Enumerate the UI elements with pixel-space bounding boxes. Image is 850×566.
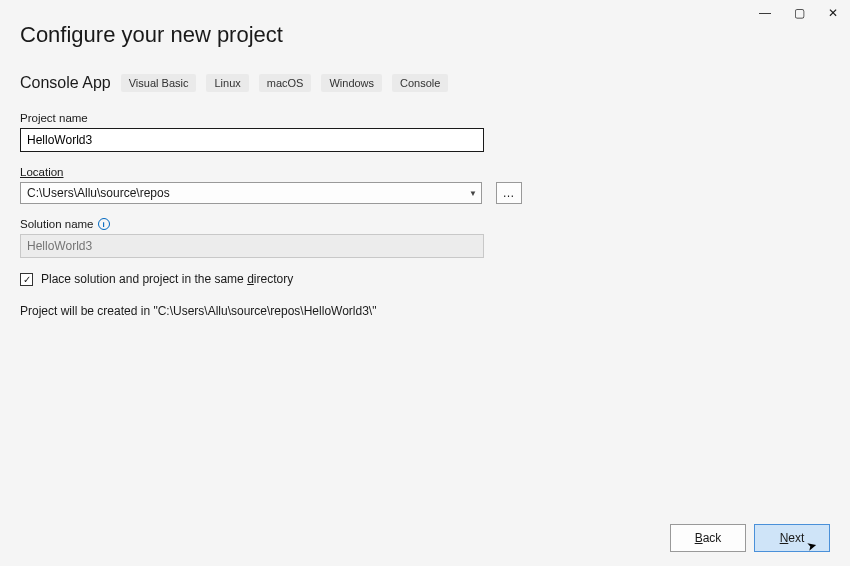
same-directory-checkbox[interactable]: ✓ xyxy=(20,273,33,286)
chevron-down-icon: ▼ xyxy=(469,189,477,198)
info-icon[interactable]: i xyxy=(98,218,110,230)
tag-linux: Linux xyxy=(206,74,248,92)
browse-button[interactable]: … xyxy=(496,182,522,204)
template-name: Console App xyxy=(20,74,111,92)
location-value: C:\Users\Allu\source\repos xyxy=(27,186,170,200)
location-label: Location xyxy=(20,166,63,178)
project-name-label: Project name xyxy=(20,112,830,124)
minimize-icon: — xyxy=(759,6,771,20)
close-icon: ✕ xyxy=(828,6,838,20)
page-title: Configure your new project xyxy=(20,22,830,48)
next-button[interactable]: Next ➤ xyxy=(754,524,830,552)
location-combobox[interactable]: C:\Users\Allu\source\repos ▼ xyxy=(20,182,482,204)
solution-name-label: Solution name xyxy=(20,218,94,230)
project-name-input[interactable] xyxy=(20,128,484,152)
maximize-button[interactable]: ▢ xyxy=(782,0,816,26)
close-button[interactable]: ✕ xyxy=(816,0,850,26)
creation-summary: Project will be created in "C:\Users\All… xyxy=(20,304,830,318)
same-directory-label: Place solution and project in the same d… xyxy=(41,272,293,286)
back-button[interactable]: Back xyxy=(670,524,746,552)
tag-windows: Windows xyxy=(321,74,382,92)
minimize-button[interactable]: — xyxy=(748,0,782,26)
tag-visual-basic: Visual Basic xyxy=(121,74,197,92)
tag-macos: macOS xyxy=(259,74,312,92)
cursor-icon: ➤ xyxy=(805,538,818,554)
solution-name-input xyxy=(20,234,484,258)
ellipsis-icon: … xyxy=(503,186,516,200)
maximize-icon: ▢ xyxy=(794,6,805,20)
check-icon: ✓ xyxy=(23,274,31,285)
tag-console: Console xyxy=(392,74,448,92)
